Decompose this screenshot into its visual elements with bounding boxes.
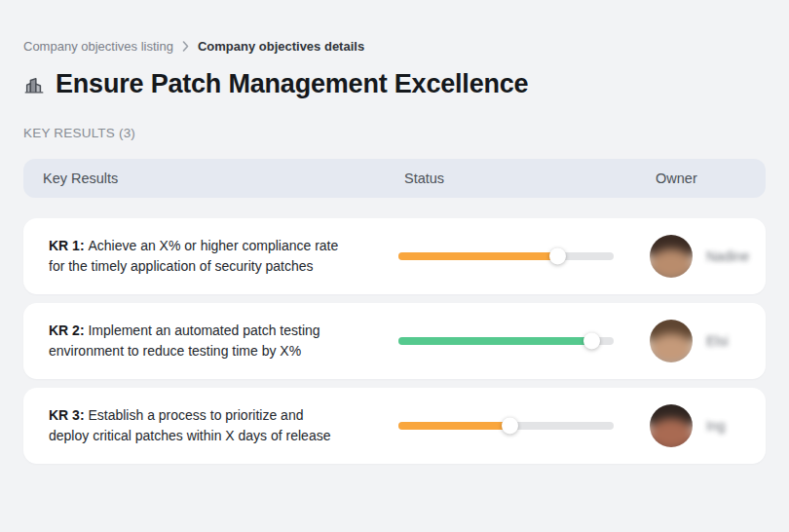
key-result-description: Establish a process to prioritize and de… — [49, 407, 330, 443]
owner-cell: Elsi — [650, 320, 766, 362]
key-results-list: KR 1: Achieve an X% or higher compliance… — [23, 218, 766, 464]
key-result-row[interactable]: KR 1: Achieve an X% or higher compliance… — [23, 218, 766, 294]
key-result-text: KR 3: Establish a process to prioritize … — [23, 394, 398, 458]
breadcrumb: Company objectives listing Company objec… — [23, 39, 766, 54]
avatar-photo — [650, 235, 693, 278]
buildings-icon — [23, 75, 45, 96]
owner-cell: Ing — [650, 404, 766, 447]
avatar — [650, 404, 693, 447]
avatar-photo — [650, 320, 693, 362]
column-header-owner: Owner — [650, 171, 766, 186]
avatar — [650, 235, 693, 278]
key-result-label: KR 1: — [49, 238, 88, 253]
key-result-row[interactable]: KR 2: Implement an automated patch testi… — [23, 303, 766, 379]
key-results-section-label: KEY RESULTS (3) — [23, 126, 766, 140]
page-title: Ensure Patch Management Excellence — [56, 69, 528, 99]
key-result-description: Achieve an X% or higher compliance rate … — [49, 238, 338, 274]
progress-fill — [398, 337, 592, 345]
key-result-description: Implement an automated patch testing env… — [49, 323, 320, 359]
owner-name: Nadine — [706, 248, 749, 264]
key-result-row[interactable]: KR 3: Establish a process to prioritize … — [23, 388, 766, 464]
progress-slider[interactable] — [398, 422, 614, 430]
key-result-label: KR 2: — [49, 323, 88, 338]
breadcrumb-company-objectives-listing[interactable]: Company objectives listing — [23, 39, 173, 54]
owner-cell: Nadine — [650, 235, 766, 278]
progress-slider[interactable] — [398, 337, 614, 345]
objective-details-page: Company objectives listing Company objec… — [0, 39, 789, 464]
key-result-text: KR 2: Implement an automated patch testi… — [23, 309, 398, 373]
column-header-status: Status — [398, 171, 650, 186]
status-cell — [398, 422, 650, 430]
status-cell — [398, 252, 650, 260]
progress-slider[interactable] — [398, 252, 614, 260]
chevron-right-icon — [182, 41, 189, 52]
progress-handle[interactable] — [549, 248, 566, 265]
avatar — [650, 320, 693, 362]
owner-name: Ing — [706, 418, 725, 434]
objective-title-row: Ensure Patch Management Excellence — [23, 69, 766, 99]
progress-fill — [398, 252, 558, 260]
progress-handle[interactable] — [583, 333, 600, 350]
progress-handle[interactable] — [502, 418, 518, 435]
key-result-label: KR 3: — [49, 407, 88, 423]
breadcrumb-company-objectives-details: Company objectives details — [198, 39, 364, 54]
status-cell — [398, 337, 650, 345]
column-header-key-results: Key Results — [23, 171, 398, 186]
key-result-text: KR 1: Achieve an X% or higher compliance… — [23, 224, 398, 288]
avatar-photo — [650, 404, 693, 447]
owner-name: Elsi — [706, 333, 729, 349]
progress-fill — [398, 422, 510, 430]
table-header: Key Results Status Owner — [23, 159, 766, 198]
